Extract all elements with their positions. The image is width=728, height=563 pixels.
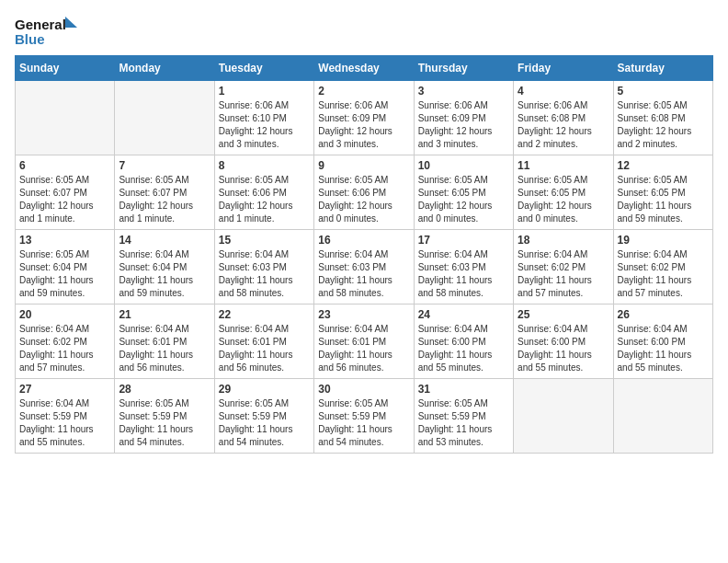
calendar-cell: 10Sunrise: 6:05 AM Sunset: 6:05 PM Dayli… [414,155,513,230]
svg-marker-2 [65,17,77,28]
day-number: 29 [219,383,310,396]
day-number: 26 [618,308,709,321]
calendar-body: 1Sunrise: 6:06 AM Sunset: 6:10 PM Daylig… [16,81,713,454]
calendar-cell: 2Sunrise: 6:06 AM Sunset: 6:09 PM Daylig… [314,81,414,155]
cell-daylight-info: Sunrise: 6:05 AM Sunset: 6:06 PM Dayligh… [219,174,310,225]
cell-daylight-info: Sunrise: 6:04 AM Sunset: 6:00 PM Dayligh… [518,323,609,374]
day-number: 23 [318,308,409,321]
calendar-cell [115,81,214,155]
cell-daylight-info: Sunrise: 6:06 AM Sunset: 6:10 PM Dayligh… [219,99,310,151]
day-number: 8 [219,159,310,172]
logo: GeneralBlue [15,15,79,48]
day-number: 5 [618,85,709,98]
calendar-cell: 3Sunrise: 6:06 AM Sunset: 6:09 PM Daylig… [414,81,513,155]
day-number: 28 [119,383,210,396]
weekday-header: Thursday [414,56,513,81]
weekday-header: Wednesday [314,56,414,81]
svg-text:Blue: Blue [15,31,45,47]
day-number: 22 [219,308,310,321]
day-number: 4 [518,85,609,98]
day-number: 31 [418,383,509,396]
day-number: 20 [19,308,110,321]
calendar-table: SundayMondayTuesdayWednesdayThursdayFrid… [15,55,713,454]
page-header: GeneralBlue [15,15,713,48]
cell-daylight-info: Sunrise: 6:04 AM Sunset: 6:01 PM Dayligh… [119,323,210,374]
day-number: 7 [119,159,210,172]
cell-daylight-info: Sunrise: 6:05 AM Sunset: 6:04 PM Dayligh… [19,248,110,300]
day-number: 9 [318,159,409,172]
day-number: 16 [318,234,409,247]
calendar-cell: 1Sunrise: 6:06 AM Sunset: 6:10 PM Daylig… [214,81,313,155]
cell-daylight-info: Sunrise: 6:04 AM Sunset: 6:03 PM Dayligh… [318,248,409,300]
calendar-cell [613,379,712,454]
calendar-cell: 27Sunrise: 6:04 AM Sunset: 5:59 PM Dayli… [16,379,115,454]
calendar-cell: 18Sunrise: 6:04 AM Sunset: 6:02 PM Dayli… [514,230,613,304]
cell-daylight-info: Sunrise: 6:04 AM Sunset: 6:03 PM Dayligh… [219,248,310,300]
calendar-cell: 17Sunrise: 6:04 AM Sunset: 6:03 PM Dayli… [414,230,513,304]
calendar-cell: 24Sunrise: 6:04 AM Sunset: 6:00 PM Dayli… [414,304,513,379]
calendar-cell: 20Sunrise: 6:04 AM Sunset: 6:02 PM Dayli… [16,304,115,379]
day-number: 1 [219,85,310,98]
calendar-cell: 23Sunrise: 6:04 AM Sunset: 6:01 PM Dayli… [314,304,414,379]
calendar-cell: 31Sunrise: 6:05 AM Sunset: 5:59 PM Dayli… [414,379,513,454]
calendar-cell: 30Sunrise: 6:05 AM Sunset: 5:59 PM Dayli… [314,379,414,454]
cell-daylight-info: Sunrise: 6:04 AM Sunset: 6:00 PM Dayligh… [618,323,709,374]
calendar-cell: 22Sunrise: 6:04 AM Sunset: 6:01 PM Dayli… [214,304,313,379]
calendar-week-row: 27Sunrise: 6:04 AM Sunset: 5:59 PM Dayli… [16,379,713,454]
day-number: 17 [418,234,509,247]
calendar-cell: 13Sunrise: 6:05 AM Sunset: 6:04 PM Dayli… [16,230,115,304]
day-number: 2 [318,85,409,98]
svg-text:General: General [15,17,66,32]
calendar-header-row: SundayMondayTuesdayWednesdayThursdayFrid… [16,56,713,81]
cell-daylight-info: Sunrise: 6:05 AM Sunset: 5:59 PM Dayligh… [119,397,210,449]
cell-daylight-info: Sunrise: 6:04 AM Sunset: 6:01 PM Dayligh… [318,323,409,374]
cell-daylight-info: Sunrise: 6:05 AM Sunset: 6:05 PM Dayligh… [418,174,509,225]
calendar-cell: 14Sunrise: 6:04 AM Sunset: 6:04 PM Dayli… [115,230,214,304]
day-number: 13 [19,234,110,247]
cell-daylight-info: Sunrise: 6:06 AM Sunset: 6:09 PM Dayligh… [418,99,509,151]
logo-svg: GeneralBlue [15,15,79,48]
day-number: 15 [219,234,310,247]
calendar-week-row: 20Sunrise: 6:04 AM Sunset: 6:02 PM Dayli… [16,304,713,379]
cell-daylight-info: Sunrise: 6:05 AM Sunset: 6:07 PM Dayligh… [119,174,210,225]
calendar-cell: 29Sunrise: 6:05 AM Sunset: 5:59 PM Dayli… [214,379,313,454]
calendar-cell: 19Sunrise: 6:04 AM Sunset: 6:02 PM Dayli… [613,230,712,304]
cell-daylight-info: Sunrise: 6:04 AM Sunset: 6:02 PM Dayligh… [518,248,609,300]
cell-daylight-info: Sunrise: 6:05 AM Sunset: 6:05 PM Dayligh… [518,174,609,225]
cell-daylight-info: Sunrise: 6:05 AM Sunset: 5:59 PM Dayligh… [418,397,509,449]
calendar-cell: 15Sunrise: 6:04 AM Sunset: 6:03 PM Dayli… [214,230,313,304]
calendar-cell: 6Sunrise: 6:05 AM Sunset: 6:07 PM Daylig… [16,155,115,230]
cell-daylight-info: Sunrise: 6:04 AM Sunset: 5:59 PM Dayligh… [19,397,110,449]
cell-daylight-info: Sunrise: 6:04 AM Sunset: 6:00 PM Dayligh… [418,323,509,374]
cell-daylight-info: Sunrise: 6:05 AM Sunset: 6:08 PM Dayligh… [618,99,709,151]
weekday-header: Saturday [613,56,712,81]
day-number: 25 [518,308,609,321]
cell-daylight-info: Sunrise: 6:05 AM Sunset: 5:59 PM Dayligh… [219,397,310,449]
calendar-week-row: 13Sunrise: 6:05 AM Sunset: 6:04 PM Dayli… [16,230,713,304]
calendar-cell: 26Sunrise: 6:04 AM Sunset: 6:00 PM Dayli… [613,304,712,379]
cell-daylight-info: Sunrise: 6:05 AM Sunset: 5:59 PM Dayligh… [318,397,409,449]
calendar-cell: 12Sunrise: 6:05 AM Sunset: 6:05 PM Dayli… [613,155,712,230]
calendar-cell: 9Sunrise: 6:05 AM Sunset: 6:06 PM Daylig… [314,155,414,230]
cell-daylight-info: Sunrise: 6:04 AM Sunset: 6:04 PM Dayligh… [119,248,210,300]
calendar-cell: 8Sunrise: 6:05 AM Sunset: 6:06 PM Daylig… [214,155,313,230]
cell-daylight-info: Sunrise: 6:05 AM Sunset: 6:06 PM Dayligh… [318,174,409,225]
day-number: 21 [119,308,210,321]
day-number: 19 [618,234,709,247]
day-number: 3 [418,85,509,98]
day-number: 18 [518,234,609,247]
calendar-week-row: 1Sunrise: 6:06 AM Sunset: 6:10 PM Daylig… [16,81,713,155]
cell-daylight-info: Sunrise: 6:04 AM Sunset: 6:02 PM Dayligh… [618,248,709,300]
day-number: 10 [418,159,509,172]
cell-daylight-info: Sunrise: 6:04 AM Sunset: 6:02 PM Dayligh… [19,323,110,374]
calendar-cell: 4Sunrise: 6:06 AM Sunset: 6:08 PM Daylig… [514,81,613,155]
calendar-cell: 28Sunrise: 6:05 AM Sunset: 5:59 PM Dayli… [115,379,214,454]
calendar-cell: 7Sunrise: 6:05 AM Sunset: 6:07 PM Daylig… [115,155,214,230]
day-number: 6 [19,159,110,172]
cell-daylight-info: Sunrise: 6:05 AM Sunset: 6:05 PM Dayligh… [618,174,709,225]
weekday-header: Tuesday [214,56,313,81]
calendar-cell [16,81,115,155]
calendar-cell: 16Sunrise: 6:04 AM Sunset: 6:03 PM Dayli… [314,230,414,304]
cell-daylight-info: Sunrise: 6:06 AM Sunset: 6:08 PM Dayligh… [518,99,609,151]
day-number: 24 [418,308,509,321]
